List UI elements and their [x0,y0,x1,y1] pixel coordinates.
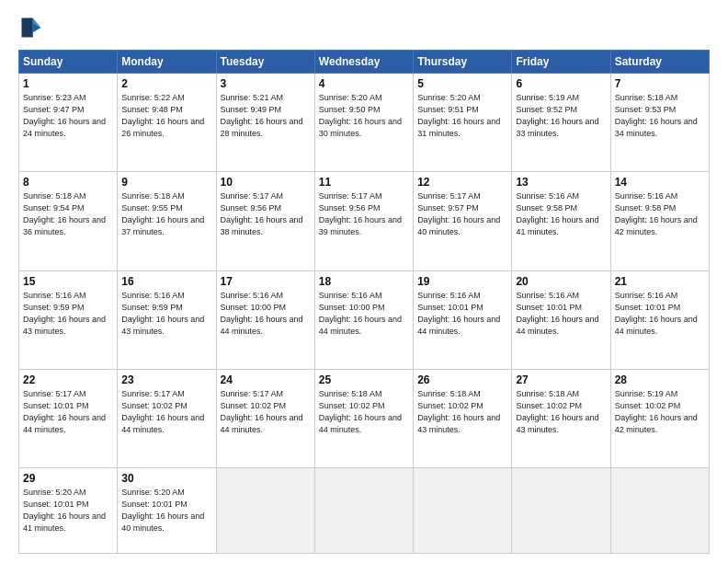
day-cell-21: 21 Sunrise: 5:16 AM Sunset: 10:01 PM Day… [610,270,709,369]
calendar-week-4: 22 Sunrise: 5:17 AM Sunset: 10:01 PM Day… [19,369,710,467]
day-info: Sunrise: 5:17 AM Sunset: 10:01 PM Daylig… [23,388,113,436]
day-number: 3 [221,77,311,90]
day-number: 19 [417,275,507,288]
day-number: 9 [121,176,211,189]
day-number: 17 [221,275,311,288]
day-info: Sunrise: 5:20 AM Sunset: 9:50 PM Dayligh… [319,92,409,140]
day-info: Sunrise: 5:17 AM Sunset: 9:56 PM Dayligh… [319,190,409,238]
logo-icon [18,15,44,40]
day-number: 8 [23,176,113,189]
day-number: 26 [417,373,507,386]
empty-cell [216,468,314,554]
weekday-header-thursday: Thursday [414,51,512,74]
calendar-week-3: 15 Sunrise: 5:16 AM Sunset: 9:59 PM Dayl… [19,270,710,369]
day-info: Sunrise: 5:18 AM Sunset: 9:53 PM Dayligh… [615,92,705,140]
day-info: Sunrise: 5:18 AM Sunset: 10:02 PM Daylig… [319,388,409,436]
day-number: 5 [417,77,507,90]
day-cell-22: 22 Sunrise: 5:17 AM Sunset: 10:01 PM Day… [19,369,118,467]
day-info: Sunrise: 5:16 AM Sunset: 10:00 PM Daylig… [319,290,409,338]
day-cell-19: 19 Sunrise: 5:16 AM Sunset: 10:01 PM Day… [414,270,512,369]
calendar-body: 1 Sunrise: 5:23 AM Sunset: 9:47 PM Dayli… [19,74,710,554]
day-cell-29: 29 Sunrise: 5:20 AM Sunset: 10:01 PM Day… [19,468,118,554]
svg-rect-2 [22,18,33,38]
day-cell-14: 14 Sunrise: 5:16 AM Sunset: 9:58 PM Dayl… [610,172,709,270]
calendar-header: SundayMondayTuesdayWednesdayThursdayFrid… [19,51,710,74]
day-info: Sunrise: 5:16 AM Sunset: 10:01 PM Daylig… [615,290,705,338]
weekday-header-tuesday: Tuesday [216,51,314,74]
weekday-header-saturday: Saturday [610,51,709,74]
weekday-header-monday: Monday [118,51,216,74]
day-info: Sunrise: 5:18 AM Sunset: 10:02 PM Daylig… [417,388,507,436]
day-cell-13: 13 Sunrise: 5:16 AM Sunset: 9:58 PM Dayl… [512,172,610,270]
day-number: 21 [615,275,705,288]
day-cell-3: 3 Sunrise: 5:21 AM Sunset: 9:49 PM Dayli… [216,74,314,172]
day-info: Sunrise: 5:16 AM Sunset: 10:01 PM Daylig… [516,290,606,338]
day-number: 13 [516,176,606,189]
day-cell-10: 10 Sunrise: 5:17 AM Sunset: 9:56 PM Dayl… [216,172,314,270]
day-number: 4 [319,77,409,90]
day-cell-9: 9 Sunrise: 5:18 AM Sunset: 9:55 PM Dayli… [118,172,216,270]
header [18,15,710,40]
day-info: Sunrise: 5:16 AM Sunset: 9:59 PM Dayligh… [23,290,113,338]
day-number: 22 [23,373,113,386]
day-cell-25: 25 Sunrise: 5:18 AM Sunset: 10:02 PM Day… [314,369,413,467]
calendar-week-1: 1 Sunrise: 5:23 AM Sunset: 9:47 PM Dayli… [19,74,710,172]
day-number: 20 [516,275,606,288]
day-number: 7 [615,77,705,90]
day-number: 10 [221,176,311,189]
logo [18,15,48,40]
day-info: Sunrise: 5:16 AM Sunset: 9:58 PM Dayligh… [516,190,606,238]
day-info: Sunrise: 5:22 AM Sunset: 9:48 PM Dayligh… [121,92,211,140]
day-info: Sunrise: 5:21 AM Sunset: 9:49 PM Dayligh… [221,92,311,140]
day-number: 30 [121,472,211,485]
day-cell-23: 23 Sunrise: 5:17 AM Sunset: 10:02 PM Day… [118,369,216,467]
day-number: 23 [121,373,211,386]
weekday-row: SundayMondayTuesdayWednesdayThursdayFrid… [19,51,710,74]
day-info: Sunrise: 5:17 AM Sunset: 9:57 PM Dayligh… [417,190,507,238]
empty-cell [512,468,610,554]
day-cell-5: 5 Sunrise: 5:20 AM Sunset: 9:51 PM Dayli… [414,74,512,172]
day-number: 11 [319,176,409,189]
day-number: 16 [121,275,211,288]
page: SundayMondayTuesdayWednesdayThursdayFrid… [0,0,728,563]
day-info: Sunrise: 5:16 AM Sunset: 10:01 PM Daylig… [417,290,507,338]
day-cell-6: 6 Sunrise: 5:19 AM Sunset: 9:52 PM Dayli… [512,74,610,172]
day-number: 15 [23,275,113,288]
day-cell-12: 12 Sunrise: 5:17 AM Sunset: 9:57 PM Dayl… [414,172,512,270]
day-cell-2: 2 Sunrise: 5:22 AM Sunset: 9:48 PM Dayli… [118,74,216,172]
weekday-header-sunday: Sunday [19,51,118,74]
day-info: Sunrise: 5:19 AM Sunset: 10:02 PM Daylig… [615,388,705,436]
day-info: Sunrise: 5:18 AM Sunset: 9:54 PM Dayligh… [23,190,113,238]
day-info: Sunrise: 5:18 AM Sunset: 10:02 PM Daylig… [516,388,606,436]
day-cell-11: 11 Sunrise: 5:17 AM Sunset: 9:56 PM Dayl… [314,172,413,270]
day-cell-30: 30 Sunrise: 5:20 AM Sunset: 10:01 PM Day… [118,468,216,554]
day-number: 2 [121,77,211,90]
day-cell-7: 7 Sunrise: 5:18 AM Sunset: 9:53 PM Dayli… [610,74,709,172]
day-info: Sunrise: 5:19 AM Sunset: 9:52 PM Dayligh… [516,92,606,140]
day-info: Sunrise: 5:16 AM Sunset: 9:58 PM Dayligh… [615,190,705,238]
day-cell-18: 18 Sunrise: 5:16 AM Sunset: 10:00 PM Day… [314,270,413,369]
day-info: Sunrise: 5:20 AM Sunset: 10:01 PM Daylig… [23,487,113,534]
day-info: Sunrise: 5:18 AM Sunset: 9:55 PM Dayligh… [121,190,211,238]
day-number: 24 [221,373,311,386]
day-cell-1: 1 Sunrise: 5:23 AM Sunset: 9:47 PM Dayli… [19,74,118,172]
day-info: Sunrise: 5:23 AM Sunset: 9:47 PM Dayligh… [23,92,113,140]
day-info: Sunrise: 5:16 AM Sunset: 10:00 PM Daylig… [221,290,311,338]
day-number: 25 [319,373,409,386]
day-number: 28 [615,373,705,386]
day-number: 1 [23,77,113,90]
empty-cell [414,468,512,554]
day-cell-4: 4 Sunrise: 5:20 AM Sunset: 9:50 PM Dayli… [314,74,413,172]
day-cell-16: 16 Sunrise: 5:16 AM Sunset: 9:59 PM Dayl… [118,270,216,369]
day-info: Sunrise: 5:17 AM Sunset: 10:02 PM Daylig… [121,388,211,436]
day-number: 27 [516,373,606,386]
day-number: 18 [319,275,409,288]
day-number: 12 [417,176,507,189]
day-info: Sunrise: 5:16 AM Sunset: 9:59 PM Dayligh… [121,290,211,338]
empty-cell [314,468,413,554]
day-info: Sunrise: 5:20 AM Sunset: 9:51 PM Dayligh… [417,92,507,140]
calendar-table: SundayMondayTuesdayWednesdayThursdayFrid… [18,50,710,554]
day-cell-8: 8 Sunrise: 5:18 AM Sunset: 9:54 PM Dayli… [19,172,118,270]
day-cell-24: 24 Sunrise: 5:17 AM Sunset: 10:02 PM Day… [216,369,314,467]
weekday-header-wednesday: Wednesday [314,51,413,74]
